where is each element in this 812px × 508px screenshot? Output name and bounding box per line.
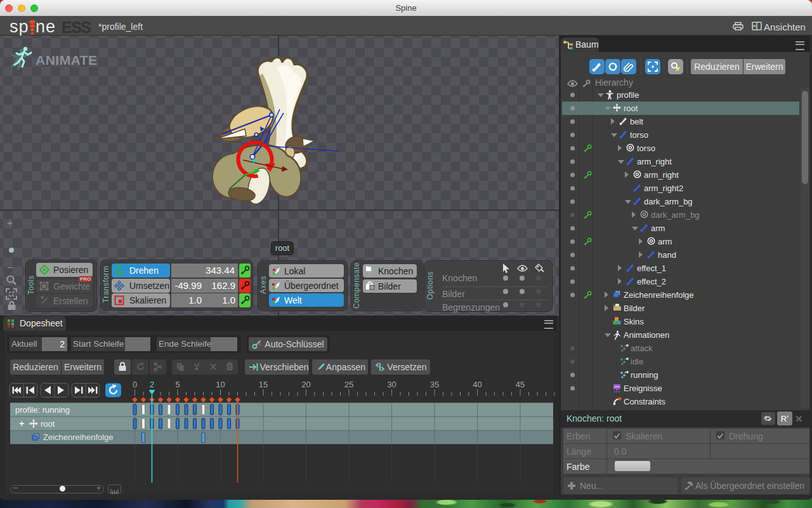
- svg-text:0: 0: [133, 380, 137, 389]
- svg-text:35: 35: [430, 380, 439, 389]
- svg-text:15: 15: [259, 380, 268, 389]
- svg-text:25: 25: [344, 380, 353, 389]
- svg-text:20: 20: [301, 380, 310, 389]
- svg-text:10: 10: [216, 380, 225, 389]
- svg-text:40: 40: [473, 380, 481, 389]
- svg-text:45: 45: [516, 380, 525, 389]
- svg-text:30: 30: [387, 380, 396, 389]
- svg-text:5: 5: [175, 380, 180, 389]
- svg-text:2: 2: [150, 380, 154, 389]
